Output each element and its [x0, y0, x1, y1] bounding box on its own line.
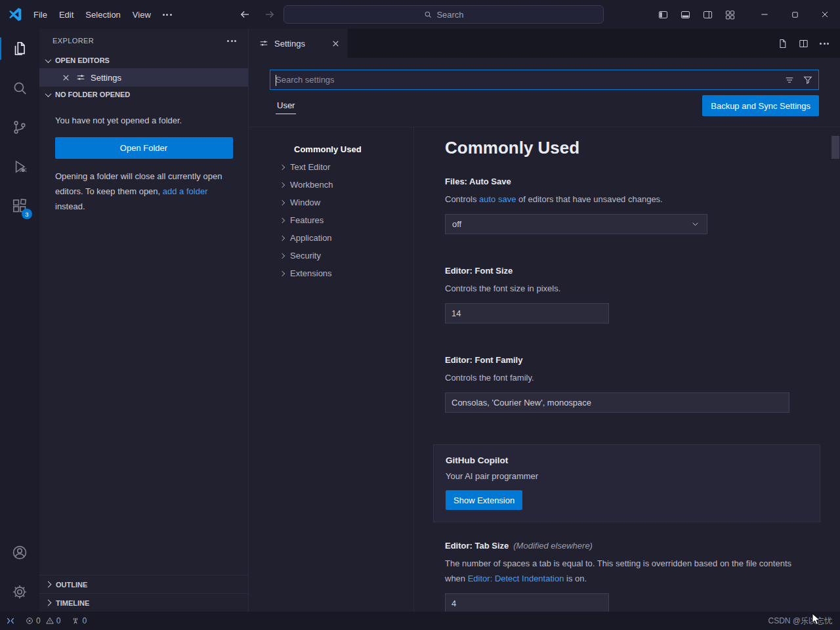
search-activity-icon[interactable]	[0, 68, 39, 108]
detect-indentation-link[interactable]: Editor: Detect Indentation	[468, 574, 564, 583]
open-editor-item-settings[interactable]: Settings	[39, 68, 248, 87]
setting-category: Editor:	[445, 266, 475, 276]
run-debug-icon[interactable]	[0, 147, 39, 186]
source-control-icon[interactable]	[0, 108, 39, 147]
close-button[interactable]	[810, 0, 840, 29]
close-editor-icon[interactable]	[61, 73, 71, 83]
toc-label: Security	[290, 251, 321, 261]
show-extension-button[interactable]: Show Extension	[446, 490, 522, 510]
tab-close-icon[interactable]	[331, 39, 341, 49]
no-folder-text: You have not yet opened a folder.	[39, 102, 248, 128]
tab-label: Settings	[274, 39, 326, 49]
toc-window[interactable]: Window	[270, 194, 413, 211]
settings-gear-icon[interactable]	[0, 572, 39, 612]
toc-label: Window	[290, 198, 320, 207]
titlebar-right	[654, 0, 840, 29]
setting-font-size: Editor: Font Size Controls the font size…	[445, 266, 820, 324]
no-folder-header[interactable]: NO FOLDER OPENED	[39, 87, 248, 102]
activity-bar: 3	[0, 29, 39, 612]
settings-heading: Commonly Used	[445, 138, 820, 158]
settings-search-box	[270, 70, 819, 90]
titlebar-search[interactable]: Search	[284, 5, 604, 24]
font-size-input[interactable]	[445, 303, 609, 324]
toc-label: Text Editor	[290, 162, 330, 172]
setting-title: Editor: Tab Size(Modified elsewhere)	[445, 541, 820, 551]
no-folder-label: NO FOLDER OPENED	[55, 91, 130, 98]
toc-commonly-used[interactable]: Commonly Used	[270, 140, 413, 158]
error-icon	[25, 616, 34, 625]
explorer-icon[interactable]	[0, 29, 39, 68]
search-actions	[782, 73, 818, 87]
toc-security[interactable]: Security	[270, 247, 413, 264]
filter-list-icon[interactable]	[782, 73, 797, 87]
split-editor-icon[interactable]	[794, 34, 812, 52]
timeline-section-header[interactable]: TIMELINE	[39, 593, 248, 612]
setting-font-family: Editor: Font Family Controls the font fa…	[445, 355, 820, 413]
remote-indicator-icon[interactable]	[0, 612, 21, 630]
setting-name: Font Size	[475, 266, 513, 276]
ports-status[interactable]: 0	[67, 612, 93, 630]
auto-save-link[interactable]: auto save	[479, 194, 516, 204]
customize-layout-icon[interactable]	[721, 5, 739, 24]
tab-size-input[interactable]	[445, 593, 609, 612]
toggle-sidebar-left-icon[interactable]	[654, 5, 672, 24]
setting-description: Controls the font size in pixels.	[445, 281, 812, 296]
more-actions-icon[interactable]	[815, 34, 833, 52]
open-settings-json-icon[interactable]	[773, 34, 791, 52]
toc-workbench[interactable]: Workbench	[270, 176, 413, 194]
chevron-right-icon	[280, 235, 285, 240]
forward-icon[interactable]	[261, 6, 278, 23]
backup-sync-button[interactable]: Backup and Sync Settings	[702, 95, 819, 116]
toggle-sidebar-right-icon[interactable]	[698, 5, 717, 24]
setting-title: Editor: Font Size	[445, 266, 820, 276]
auto-save-dropdown[interactable]: off	[445, 214, 707, 234]
toc-text-editor[interactable]: Text Editor	[270, 158, 413, 176]
maximize-button[interactable]	[780, 0, 810, 29]
menu-edit[interactable]: Edit	[53, 7, 79, 22]
settings-sliders-icon	[75, 72, 86, 83]
tab-settings[interactable]: Settings	[249, 29, 348, 58]
open-editor-label: Settings	[91, 73, 121, 83]
font-family-input[interactable]	[445, 392, 789, 413]
setting-name: Tab Size	[475, 541, 509, 551]
extensions-icon[interactable]: 3	[0, 186, 39, 226]
back-icon[interactable]	[236, 6, 253, 23]
activity-bar-bottom	[0, 533, 39, 612]
history-navigation	[236, 0, 278, 29]
filter-funnel-icon[interactable]	[801, 73, 815, 87]
problems-status[interactable]: 0 0	[21, 612, 67, 630]
menu-selection[interactable]: Selection	[79, 7, 126, 22]
toc-extensions[interactable]: Extensions	[270, 264, 413, 282]
desc-text-end: is on.	[564, 574, 587, 583]
tab-user-scope[interactable]: User	[276, 97, 296, 114]
setting-name: Font Family	[475, 355, 523, 365]
status-bar: 0 0 0 CSDN @乐以忘忧	[0, 612, 840, 630]
open-folder-button[interactable]: Open Folder	[55, 137, 233, 159]
dropdown-value: off	[452, 219, 461, 229]
toggle-panel-bottom-icon[interactable]	[676, 5, 694, 24]
minimize-button[interactable]	[749, 0, 780, 29]
chevron-right-icon	[280, 200, 285, 205]
explorer-sidebar: EXPLORER OPEN EDITORS Settings	[39, 29, 249, 612]
editor-actions	[773, 29, 840, 58]
toc-features[interactable]: Features	[270, 211, 413, 229]
add-a-folder-link[interactable]: add a folder	[163, 186, 208, 196]
sidebar-bottom-sections: OUTLINE TIMELINE	[39, 575, 248, 612]
menu-file[interactable]: File	[28, 7, 53, 22]
settings-search-input[interactable]	[270, 75, 782, 85]
open-editors-header[interactable]: OPEN EDITORS	[39, 52, 248, 68]
note-text-end: instead.	[55, 201, 85, 211]
setting-description: Controls the font family.	[445, 370, 812, 385]
chevron-right-icon	[280, 217, 285, 222]
editor-scrollbar[interactable]	[831, 136, 839, 159]
menu-view[interactable]: View	[127, 7, 157, 22]
vscode-logo-icon	[8, 7, 22, 22]
explorer-more-actions-icon[interactable]	[227, 40, 236, 42]
account-icon[interactable]	[0, 533, 39, 572]
window-controls	[749, 0, 840, 29]
outline-section-header[interactable]: OUTLINE	[39, 575, 248, 593]
menu-more-icon[interactable]	[157, 10, 178, 20]
toc-application[interactable]: Application	[270, 229, 413, 247]
settings-toc: Commonly Used Text Editor Workbench Wind…	[249, 127, 414, 612]
sidebar-title: EXPLORER	[52, 37, 94, 45]
